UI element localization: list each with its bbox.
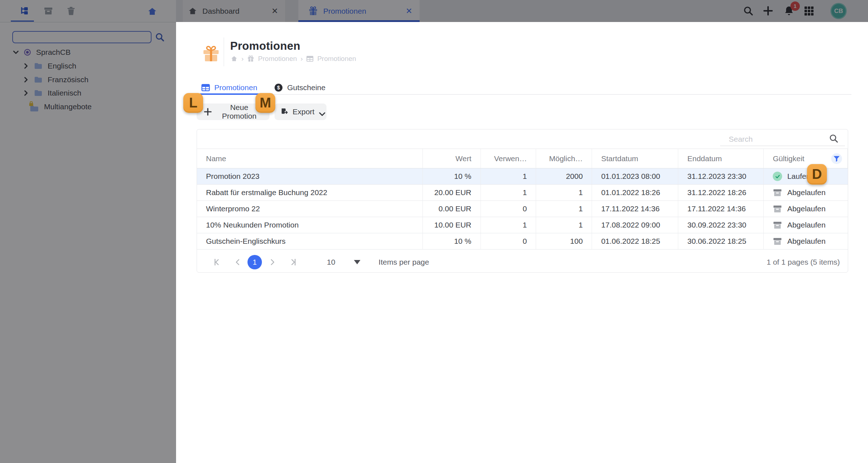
breadcrumb-separator: › xyxy=(241,55,244,63)
column-header-wert[interactable]: Wert xyxy=(423,149,481,168)
breadcrumb-item[interactable]: Promotionen xyxy=(317,55,356,63)
breadcrumb-home-icon[interactable] xyxy=(231,55,238,62)
status-label: Abgelaufen xyxy=(787,221,825,229)
app-window: SprachCB Englisch Französisch xyxy=(0,0,868,463)
status-expired-box-icon xyxy=(773,204,782,213)
cell-enddatum: 30.06.2022 18:25 xyxy=(678,233,764,249)
caret-down-icon xyxy=(354,260,360,264)
breadcrumb: › Promotionen › Promotionen xyxy=(231,55,356,63)
cell-name: Promotion 2023 xyxy=(197,168,423,184)
breadcrumb-item[interactable]: Promotionen xyxy=(258,55,297,63)
content-tab-strip-line xyxy=(197,94,851,95)
main-content: Promotionen › Promotionen › Promotionen … xyxy=(176,22,868,463)
column-header-moeglich[interactable]: Möglich… xyxy=(536,149,592,168)
cell-startdatum: 01.01.2022 18:26 xyxy=(592,185,678,200)
cell-wert: 0.00 EUR xyxy=(423,201,481,217)
cell-moeglich: 1 xyxy=(536,217,592,233)
cell-startdatum: 17.08.2022 09:00 xyxy=(592,217,678,233)
status-expired-box-icon xyxy=(773,237,782,246)
column-header-enddatum[interactable]: Enddatum xyxy=(678,149,764,168)
table-search-icon[interactable] xyxy=(829,134,838,143)
status-expired-box-icon xyxy=(773,188,782,197)
cell-name: 10% Neukunden Promotion xyxy=(197,217,423,233)
status-label: Abgelaufen xyxy=(787,204,825,213)
content-tab-gutscheine[interactable]: $ Gutscheine xyxy=(274,80,325,95)
voucher-dollar-icon: $ xyxy=(274,83,283,92)
previous-page-icon[interactable] xyxy=(233,257,242,267)
first-page-icon[interactable] xyxy=(212,257,222,267)
sidebar-dim-overlay xyxy=(0,0,176,463)
table-icon xyxy=(201,84,210,91)
cell-moeglich: 100 xyxy=(536,233,592,249)
cell-gueltigkeit: Abgelaufen xyxy=(764,201,848,217)
table-row[interactable]: Rabatt für erstmalige Buchung 2022 20.00… xyxy=(197,185,848,201)
cell-verwendungen: 0 xyxy=(481,201,536,217)
cell-gueltigkeit: Abgelaufen xyxy=(764,217,848,233)
table-search-input[interactable] xyxy=(720,132,845,146)
content-tab-label: Gutscheine xyxy=(287,83,325,92)
cell-wert: 10.00 EUR xyxy=(423,217,481,233)
table-search-row xyxy=(197,129,848,149)
table-row[interactable]: Gutschein-Englischkurs 10 % 0 100 01.06.… xyxy=(197,233,848,250)
column-header-startdatum[interactable]: Startdatum xyxy=(592,149,678,168)
button-label: Export xyxy=(293,107,315,116)
column-header-verwendungen[interactable]: Verwen… xyxy=(481,149,536,168)
content-tab-label: Promotionen xyxy=(214,83,257,92)
status-active-check-icon xyxy=(773,172,782,181)
cell-verwendungen: 1 xyxy=(481,217,536,233)
page-number-button[interactable]: 1 xyxy=(247,255,262,269)
cell-wert: 10 % xyxy=(423,168,481,184)
cell-wert: 20.00 EUR xyxy=(423,185,481,200)
breadcrumb-separator: › xyxy=(301,55,303,63)
items-per-page-label: Items per page xyxy=(378,258,429,266)
cell-enddatum: 30.09.2022 23:30 xyxy=(678,217,764,233)
table-row[interactable]: 10% Neukunden Promotion 10.00 EUR 1 1 17… xyxy=(197,217,848,233)
cell-startdatum: 01.01.2023 08:00 xyxy=(592,168,678,184)
cell-moeglich: 1 xyxy=(536,201,592,217)
export-button[interactable]: Export xyxy=(275,103,326,120)
cell-gueltigkeit: Abgelaufen xyxy=(764,233,848,249)
cell-enddatum: 31.12.2022 18:26 xyxy=(678,185,764,200)
svg-text:$: $ xyxy=(277,85,280,91)
status-expired-box-icon xyxy=(773,220,782,230)
pagination-bar: 1 10 Items per page 1 of 1 pages (5 item… xyxy=(197,250,848,275)
header-divider xyxy=(224,38,224,66)
cell-wert: 10 % xyxy=(423,233,481,249)
table-row[interactable]: Promotion 2023 10 % 1 2000 01.01.2023 08… xyxy=(197,168,848,185)
promotions-table-card: Name Wert Verwen… Möglich… Startdatum En… xyxy=(197,129,848,273)
column-header-name[interactable]: Name xyxy=(197,149,423,168)
pagination-summary: 1 of 1 pages (5 items) xyxy=(767,258,840,266)
next-page-icon[interactable] xyxy=(268,257,277,267)
breadcrumb-gift-icon xyxy=(247,55,254,62)
cell-verwendungen: 1 xyxy=(481,185,536,200)
cell-enddatum: 17.11.2022 14:36 xyxy=(678,201,764,217)
plus-icon xyxy=(204,108,212,116)
cell-startdatum: 17.11.2022 14:36 xyxy=(592,201,678,217)
cell-moeglich: 2000 xyxy=(536,168,592,184)
cell-name: Rabatt für erstmalige Buchung 2022 xyxy=(197,185,423,200)
status-label: Abgelaufen xyxy=(787,188,825,197)
page-title: Promotionen xyxy=(230,40,300,53)
last-page-icon[interactable] xyxy=(289,257,298,267)
topbar-dim-overlay xyxy=(176,0,868,22)
filter-icon[interactable] xyxy=(831,153,842,164)
cell-moeglich: 1 xyxy=(536,185,592,200)
content-tab-promotionen[interactable]: Promotionen xyxy=(201,80,257,95)
page-gift-icon xyxy=(202,45,220,63)
table-header-row: Name Wert Verwen… Möglich… Startdatum En… xyxy=(197,149,848,168)
annotation-badge-d: D xyxy=(807,164,827,185)
cell-verwendungen: 0 xyxy=(481,233,536,249)
annotation-badge-m: M xyxy=(255,93,275,113)
status-label: Abgelaufen xyxy=(787,237,825,246)
file-export-icon xyxy=(280,108,288,116)
breadcrumb-table-icon xyxy=(306,55,314,62)
cell-enddatum: 31.12.2023 23:30 xyxy=(678,168,764,184)
cell-gueltigkeit: Abgelaufen xyxy=(764,185,848,200)
cell-gueltigkeit: Laufend xyxy=(764,168,848,184)
items-per-page-select[interactable]: 10 xyxy=(327,258,360,266)
cell-verwendungen: 1 xyxy=(481,168,536,184)
cell-name: Gutschein-Englischkurs xyxy=(197,233,423,249)
table-row[interactable]: Winterpromo 22 0.00 EUR 0 1 17.11.2022 1… xyxy=(197,201,848,217)
chevron-down-icon xyxy=(319,110,325,114)
cell-name: Winterpromo 22 xyxy=(197,201,423,217)
